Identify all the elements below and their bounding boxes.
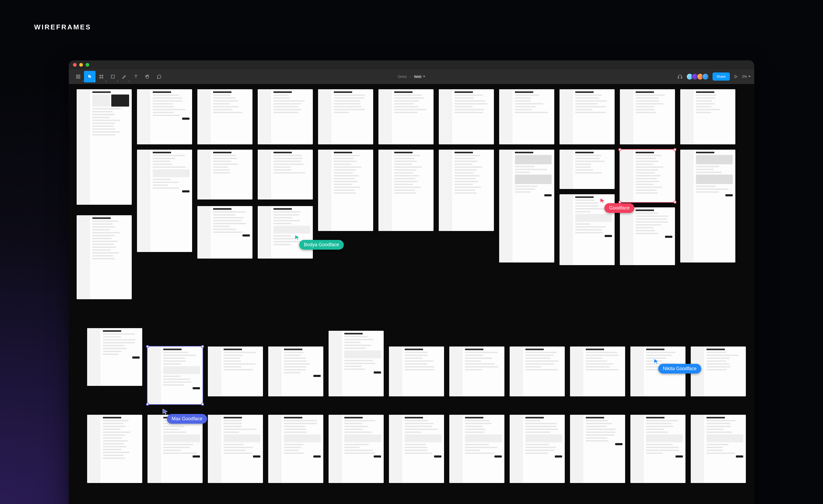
svg-rect-11 [678, 77, 679, 78]
frame-tool[interactable] [96, 71, 107, 82]
wireframe-frame[interactable] [137, 89, 192, 144]
wireframe-frame[interactable] [570, 346, 625, 396]
wireframe-frame[interactable] [559, 194, 615, 265]
wireframe-frame[interactable] [329, 331, 384, 396]
wireframe-frame[interactable] [680, 89, 735, 144]
page-label: WIREFRAMES [34, 23, 91, 31]
wireframe-frame[interactable] [570, 415, 625, 483]
page-name[interactable]: Web [414, 74, 425, 79]
tool-group-left [72, 71, 165, 82]
wireframe-frame[interactable] [87, 415, 142, 483]
wireframe-frame[interactable] [378, 150, 434, 231]
move-tool[interactable] [84, 71, 96, 82]
wireframe-frame[interactable] [258, 89, 313, 144]
breadcrumb-sep: / [410, 74, 411, 79]
wireframe-frame[interactable] [680, 150, 735, 263]
wireframe-frame[interactable] [510, 346, 565, 396]
svg-rect-0 [76, 75, 78, 76]
svg-rect-8 [111, 75, 115, 78]
wireframe-frame[interactable] [389, 415, 444, 483]
wireframe-frame[interactable] [208, 415, 263, 483]
traffic-lights [73, 63, 89, 67]
headphones-icon[interactable] [677, 74, 683, 79]
collaborator-avatars[interactable] [686, 73, 709, 80]
wireframe-frame[interactable] [76, 89, 132, 205]
maximize-icon[interactable] [86, 63, 89, 67]
wireframe-frame[interactable] [630, 346, 685, 396]
comment-tool[interactable] [153, 71, 165, 82]
wireframe-frame[interactable] [268, 346, 323, 396]
wireframe-frame[interactable] [329, 415, 384, 483]
wireframe-frame[interactable] [137, 150, 192, 252]
wireframe-frame[interactable] [620, 89, 675, 144]
wireframe-frame[interactable] [197, 89, 253, 144]
wireframe-frame[interactable] [148, 346, 203, 404]
wireframe-frame[interactable] [691, 415, 746, 483]
svg-rect-12 [681, 77, 682, 78]
wireframe-frame[interactable] [87, 328, 142, 386]
collab-cursor: Max Goodface [162, 408, 168, 415]
avatar[interactable] [702, 73, 709, 80]
document-title[interactable]: Omni / Web [398, 74, 425, 79]
wireframe-frame[interactable] [318, 150, 373, 231]
project-name: Omni [398, 74, 406, 79]
canvas-inner: Bodya GoodfaceGoodfaceMax GoodfaceNikita… [69, 84, 754, 504]
wireframe-frame[interactable] [197, 206, 253, 259]
canvas[interactable]: Bodya GoodfaceGoodfaceMax GoodfaceNikita… [69, 84, 754, 504]
wireframe-frame[interactable] [559, 89, 615, 144]
minimize-icon[interactable] [79, 63, 83, 67]
text-tool[interactable] [130, 71, 142, 82]
wireframe-frame[interactable] [76, 215, 132, 299]
main-menu-button[interactable] [72, 71, 84, 82]
svg-rect-1 [79, 75, 80, 76]
shape-tool[interactable] [107, 71, 119, 82]
wireframe-frame[interactable] [439, 89, 494, 144]
present-icon[interactable] [733, 74, 738, 79]
close-icon[interactable] [73, 63, 76, 67]
wireframe-frame[interactable] [499, 150, 554, 263]
share-button[interactable]: Share [712, 72, 730, 80]
svg-rect-3 [79, 77, 80, 78]
chevron-down-icon [749, 76, 751, 77]
wireframe-frame[interactable] [559, 150, 615, 189]
wireframe-frame[interactable] [439, 150, 494, 231]
svg-marker-13 [735, 75, 737, 78]
wireframe-frame[interactable] [510, 415, 565, 483]
window-titlebar [69, 60, 754, 69]
wireframe-frame[interactable] [268, 415, 323, 483]
wireframe-frame[interactable] [691, 346, 746, 396]
wireframe-frame[interactable] [258, 206, 313, 259]
wireframe-frame[interactable] [620, 207, 675, 265]
zoom-control[interactable]: 2% [742, 74, 751, 78]
pen-tool[interactable] [119, 71, 130, 82]
wireframe-frame[interactable] [378, 89, 434, 144]
wireframe-frame[interactable] [620, 150, 675, 202]
wireframe-frame[interactable] [630, 415, 685, 483]
wireframe-frame[interactable] [318, 89, 373, 144]
stage: WIREFRAMES [0, 0, 823, 504]
toolbar-right: Share 2% [677, 72, 751, 80]
hand-tool[interactable] [142, 71, 153, 82]
wireframe-frame[interactable] [449, 415, 504, 483]
chevron-down-icon [423, 76, 425, 77]
svg-rect-2 [76, 77, 78, 78]
wireframe-frame[interactable] [197, 150, 253, 199]
wireframe-frame[interactable] [208, 346, 263, 396]
wireframe-frame[interactable] [389, 346, 444, 396]
wireframe-frame[interactable] [499, 89, 554, 144]
wireframe-frame[interactable] [258, 150, 313, 199]
wireframe-frame[interactable] [148, 415, 203, 483]
toolbar: Omni / Web Share 2% [69, 69, 754, 84]
wireframe-frame[interactable] [449, 346, 504, 396]
app-window: Omni / Web Share 2% [69, 60, 754, 504]
